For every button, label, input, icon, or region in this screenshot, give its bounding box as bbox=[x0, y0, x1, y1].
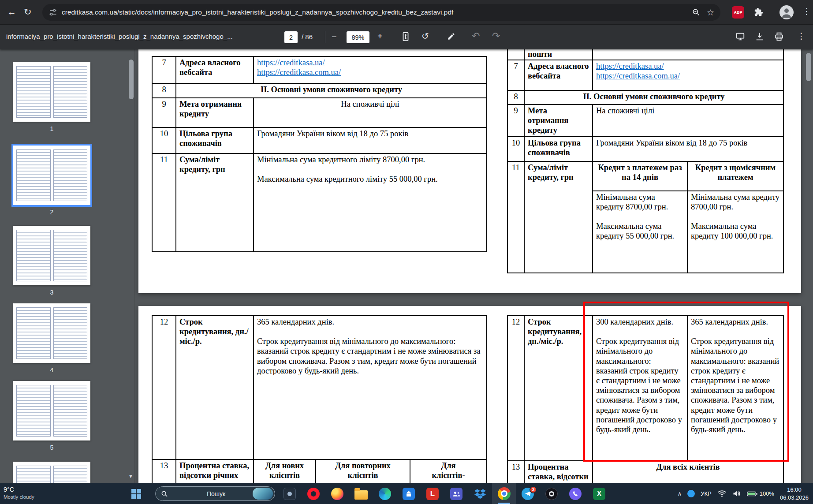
page-number-input[interactable]: 2 bbox=[284, 31, 298, 43]
table-row: пошти bbox=[507, 49, 783, 60]
url-text: creditkasa.com.ua/static/docs/informaciy… bbox=[62, 8, 687, 16]
zoom-in-button[interactable]: + bbox=[377, 32, 383, 41]
profile-avatar[interactable] bbox=[779, 5, 794, 19]
edge-icon[interactable] bbox=[373, 483, 397, 504]
website-link[interactable]: https://creditkasa.ua/ bbox=[596, 61, 780, 71]
row-value-cell: 365 календарних днів. Строк кредитування… bbox=[687, 316, 783, 461]
thumbnail-page-preview bbox=[13, 62, 90, 122]
site-info-icon[interactable] bbox=[48, 8, 57, 17]
page-thumbnail-3[interactable]: 3 bbox=[13, 226, 90, 296]
weather-widget[interactable]: 9°C Mostly cloudy bbox=[4, 485, 34, 500]
zoom-level-input[interactable]: 89% bbox=[347, 31, 369, 43]
row-number-cell bbox=[507, 49, 524, 60]
row-label-cell: Адреса власного вебсайта bbox=[524, 60, 593, 90]
website-link[interactable]: https://creditkasa.ua/ bbox=[257, 58, 483, 67]
start-button[interactable] bbox=[131, 489, 141, 499]
pdf-page-2: 7 Адреса власного вебсайта https://credi… bbox=[138, 49, 801, 293]
undo-icon[interactable]: ↶ bbox=[472, 31, 480, 41]
pdf-menu-icon[interactable]: ⋮ bbox=[797, 32, 806, 40]
table-row: 12 Строк кредитування, дн./міс./р. 300 к… bbox=[507, 316, 783, 461]
section-title-cell: ІІ. Основні умови споживчого кредиту bbox=[176, 83, 487, 98]
zoom-out-button[interactable]: − bbox=[332, 32, 337, 41]
address-bar[interactable]: creditkasa.com.ua/static/docs/informaciy… bbox=[42, 4, 720, 21]
table-row: 13 Процентна ставка, відсотки річних Для… bbox=[152, 459, 487, 483]
page-thumbnail-5[interactable]: 5 bbox=[13, 381, 90, 451]
print-icon[interactable] bbox=[774, 32, 784, 43]
l-app-icon[interactable]: L bbox=[421, 483, 444, 504]
viber-icon[interactable] bbox=[563, 483, 587, 504]
thumbnail-page-preview bbox=[13, 381, 90, 441]
thumbnail-sidebar: 1 2 3 4 5 ▼ bbox=[0, 49, 134, 483]
wifi-icon[interactable] bbox=[717, 490, 727, 497]
annotate-pen-icon[interactable] bbox=[447, 32, 455, 42]
table-row: 10 Цільова група споживачів Громадяни Ук… bbox=[507, 137, 783, 161]
opera-icon[interactable] bbox=[302, 483, 325, 504]
excel-icon[interactable]: X bbox=[587, 483, 611, 504]
page-thumbnail-1[interactable]: 1 bbox=[13, 62, 90, 132]
taskbar-clock[interactable]: 16:00 06.03.2026 bbox=[780, 486, 809, 501]
browser-menu-icon[interactable]: ⋮ bbox=[802, 7, 811, 15]
row-number-cell: 11 bbox=[507, 161, 524, 273]
row-value-cell: 365 календарних днів. Строк кредитування… bbox=[254, 316, 487, 459]
download-icon[interactable] bbox=[755, 32, 765, 43]
section-title-cell: ІІ. Основні умови споживчого кредиту bbox=[524, 90, 783, 105]
row-number-cell: 13 bbox=[507, 461, 524, 483]
row-number-cell: 7 bbox=[507, 60, 524, 90]
taskbar: 9°C Mostly cloudy Пошук L 3 bbox=[0, 483, 813, 504]
row-label-cell: Строк кредитування, дн./міс./р. bbox=[176, 316, 254, 459]
firefox-icon[interactable] bbox=[325, 483, 349, 504]
fit-to-page-icon[interactable] bbox=[401, 32, 410, 43]
bookmark-star-icon[interactable]: ☆ bbox=[707, 8, 714, 17]
table-row: 13 Процентна ставка, відсотки Для всіх к… bbox=[507, 461, 783, 483]
column-header-cell: Для нових клієнтів bbox=[254, 459, 316, 483]
reload-icon[interactable]: ↻ bbox=[24, 7, 32, 16]
battery-indicator[interactable]: 100% bbox=[747, 490, 774, 497]
table-row: 7 Адреса власного вебсайта https://credi… bbox=[152, 56, 487, 83]
info-table-page3-right: 12 Строк кредитування, дн./міс./р. 300 к… bbox=[507, 315, 784, 483]
tray-app-icon[interactable] bbox=[687, 490, 695, 497]
app-icon-dark[interactable] bbox=[278, 483, 302, 504]
redo-icon[interactable]: ↷ bbox=[492, 31, 500, 41]
extensions-icon[interactable] bbox=[754, 7, 764, 17]
row-value-cell: Мінімальна сума кредиту 8700,00 грн. Мак… bbox=[593, 191, 687, 273]
teams-icon[interactable] bbox=[444, 483, 468, 504]
telegram-icon[interactable]: 3 bbox=[516, 483, 540, 504]
row-number-cell: 12 bbox=[507, 316, 524, 461]
pdf-filename: informaciya_pro_istotni_harakteristiki_p… bbox=[6, 33, 233, 40]
info-table-page2-left: 7 Адреса власного вебсайта https://credi… bbox=[152, 56, 487, 252]
file-explorer-icon[interactable] bbox=[349, 483, 373, 504]
weather-description: Mostly cloudy bbox=[4, 494, 34, 500]
table-row: 10 Цільова група споживачів Громадяни Ук… bbox=[152, 127, 487, 153]
volume-icon[interactable] bbox=[732, 490, 741, 497]
sidebar-scroll-down-icon[interactable]: ▼ bbox=[127, 474, 134, 479]
viewer-scrollbar[interactable] bbox=[806, 53, 811, 81]
tray-chevron-icon[interactable]: ∧ bbox=[678, 490, 682, 497]
info-table-page3-left: 12 Строк кредитування, дн./міс./р. 365 к… bbox=[152, 315, 487, 483]
website-link[interactable]: https://creditkasa.com.ua/ bbox=[257, 67, 483, 77]
system-tray: ∧ УКР 100% 16:00 06.03.2026 bbox=[678, 483, 813, 504]
row-number-cell: 9 bbox=[152, 98, 176, 127]
row-value-cell: Мінімальна сума кредиту 8700,00 грн. Мак… bbox=[687, 191, 783, 273]
page-total: / 86 bbox=[302, 33, 313, 41]
thumbnail-page-preview bbox=[13, 303, 90, 363]
page-thumbnail-4[interactable]: 4 bbox=[13, 303, 90, 373]
row-number-cell: 8 bbox=[152, 83, 176, 98]
page-thumbnail-2[interactable]: 2 bbox=[13, 146, 90, 216]
sidebar-scrollbar[interactable] bbox=[129, 60, 134, 99]
present-mode-icon[interactable] bbox=[735, 32, 745, 43]
chrome-icon[interactable] bbox=[492, 483, 516, 504]
website-link[interactable]: https://creditkasa.com.ua/ bbox=[596, 71, 780, 81]
store-icon[interactable] bbox=[397, 483, 421, 504]
zoom-indicator-icon[interactable] bbox=[692, 8, 701, 17]
column-header-cell: Кредит з платежем раз на 14 днів bbox=[593, 161, 687, 191]
adblock-extension-icon[interactable]: ABP bbox=[732, 6, 744, 19]
back-icon[interactable]: ← bbox=[7, 7, 16, 16]
row-number-cell: 13 bbox=[152, 459, 176, 483]
rotate-icon[interactable]: ↺ bbox=[421, 32, 429, 41]
page-thumbnail-6[interactable] bbox=[13, 462, 90, 483]
dropbox-icon[interactable] bbox=[468, 483, 492, 504]
obs-icon[interactable] bbox=[540, 483, 563, 504]
row-value-cell: https://creditkasa.ua/ https://creditkas… bbox=[593, 60, 783, 90]
taskbar-search[interactable]: Пошук bbox=[155, 486, 275, 501]
language-indicator[interactable]: УКР bbox=[701, 490, 712, 497]
